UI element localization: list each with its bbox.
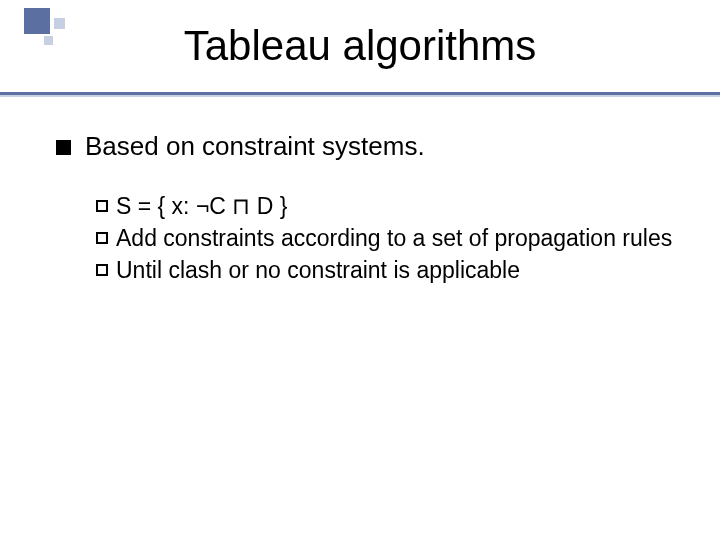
list-item-text: Add constraints according to a set of pr… xyxy=(116,224,680,254)
bullet-hollow-square-icon xyxy=(96,264,108,276)
divider-shadow xyxy=(0,95,720,97)
bullet-hollow-square-icon xyxy=(96,200,108,212)
bullet-filled-square-icon xyxy=(56,140,71,155)
bullet-hollow-square-icon xyxy=(96,232,108,244)
slide: Tableau algorithms Based on constraint s… xyxy=(0,0,720,540)
slide-body: Based on constraint systems. S = { x: ¬C… xyxy=(56,130,680,287)
list-item-text: Until clash or no constraint is applicab… xyxy=(116,256,680,286)
list-item: Add constraints according to a set of pr… xyxy=(96,224,680,254)
list-item-text: S = { x: ¬C ⊓ D } xyxy=(116,192,680,222)
list-item: S = { x: ¬C ⊓ D } xyxy=(96,192,680,222)
list-item-text: Based on constraint systems. xyxy=(85,130,425,164)
list-item: Until clash or no constraint is applicab… xyxy=(96,256,680,286)
slide-title: Tableau algorithms xyxy=(0,22,720,70)
list-item: Based on constraint systems. xyxy=(56,130,680,164)
sub-list: S = { x: ¬C ⊓ D } Add constraints accord… xyxy=(96,192,680,286)
